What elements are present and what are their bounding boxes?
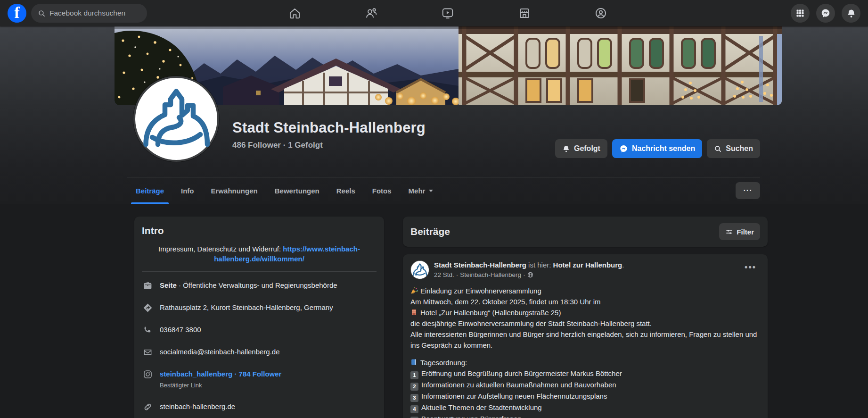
post-header-text: Stadt Steinbach-Hallenberg ist hier: Hot…	[434, 260, 624, 279]
post-timestamp[interactable]: 22 Std.	[434, 271, 454, 278]
post-author-avatar[interactable]	[410, 260, 429, 279]
tabs-overflow-button[interactable]: ···	[736, 182, 760, 199]
phone-icon	[142, 324, 153, 335]
page-header: Stadt Steinbach-Hallenberg 486 Follower …	[0, 26, 868, 204]
instagram-link[interactable]: steinbach_hallenberg · 784 Follower	[160, 370, 281, 378]
nav-center-tabs	[264, 0, 631, 26]
intro-category-row: Seite · Öffentliche Verwaltungs- und Reg…	[142, 280, 377, 291]
briefcase-icon	[142, 280, 153, 291]
messenger-icon	[820, 8, 831, 18]
cover-photo-illustration	[115, 26, 782, 105]
send-message-button[interactable]: Nachricht senden	[612, 139, 702, 158]
post-line: die diesjährige Einwohnerversammlung der…	[410, 318, 760, 329]
tab-erwaehnungen[interactable]: Erwähnungen	[204, 179, 265, 202]
messenger-icon	[619, 144, 628, 153]
post: Stadt Steinbach-Hallenberg ist hier: Hot…	[403, 254, 768, 418]
agenda-item: 2Informationen zu aktuellen Baumaßnahmen…	[410, 379, 760, 391]
filter-button[interactable]: Filter	[719, 223, 760, 240]
keycap-2-icon: 2	[410, 383, 418, 391]
profile-text-block: Stadt Steinbach-Hallenberg 486 Follower …	[232, 105, 426, 163]
website-text: steinbach-hallenberg.de	[160, 401, 235, 412]
tab-reels[interactable]: Reels	[329, 179, 363, 202]
messenger-button[interactable]	[816, 4, 835, 23]
post-line: Hotel „Zur Hallenburg“ (Hallenburgstraße…	[410, 307, 760, 318]
keycap-1-icon: 1	[410, 371, 418, 379]
city-logo	[412, 262, 427, 277]
nav-groups-tab[interactable]	[570, 0, 631, 26]
friends-icon	[365, 7, 378, 20]
link-icon	[142, 401, 153, 412]
page-avatar[interactable]	[133, 76, 219, 162]
page-action-buttons: Gefolgt Nachricht senden	[555, 105, 760, 163]
page-title: Stadt Steinbach-Hallenberg	[232, 119, 426, 136]
top-navigation-bar: f	[0, 0, 868, 26]
notifications-button[interactable]	[842, 4, 860, 23]
groups-icon	[594, 7, 607, 20]
post-header: Stadt Steinbach-Hallenberg ist hier: Hot…	[410, 260, 760, 279]
post-line: Am Mittwoch, dem 22. Oktober 2025, finde…	[410, 296, 760, 307]
agenda-item: 1Eröffnung und Begrüßung durch Bürgermei…	[410, 368, 760, 379]
post-blank-line	[410, 351, 760, 357]
watch-icon	[441, 7, 454, 20]
home-icon	[288, 7, 301, 20]
cover-photo[interactable]	[115, 26, 782, 105]
nav-right-group	[791, 4, 860, 23]
tab-info[interactable]: Info	[173, 179, 202, 202]
post-agenda-title: Tagesordnung:	[410, 357, 760, 368]
intro-title: Intro	[142, 225, 377, 236]
agenda-item: 5Beantwortung von Bürgerfragen	[410, 413, 760, 418]
post-meta-line: 22 Std. · Steinbach-Hallenberg ·	[434, 271, 624, 278]
navigate-icon	[142, 302, 153, 313]
apps-menu-button[interactable]	[791, 4, 810, 23]
instagram-icon	[142, 368, 153, 380]
intro-address-row: Rathausplatz 2, Kurort Steinbach-Hallenb…	[142, 302, 377, 313]
nav-marketplace-tab[interactable]	[494, 0, 555, 26]
post-title-line: Stadt Steinbach-Hallenberg ist hier: Hot…	[434, 260, 624, 269]
blue-book-icon	[410, 359, 418, 366]
globe-privacy-icon	[527, 272, 533, 278]
bell-icon	[846, 8, 856, 18]
instagram-verified-label: Bestätigter Link	[160, 380, 281, 390]
search-input[interactable]	[49, 9, 140, 17]
nav-home-tab[interactable]	[264, 0, 325, 26]
intro-impressum: Impressum, Datenschutz und Widerruf: htt…	[142, 244, 377, 264]
search-icon	[714, 145, 722, 153]
page-body: Intro Impressum, Datenschutz und Widerru…	[115, 204, 782, 418]
keycap-4-icon: 4	[410, 405, 418, 413]
filters-icon	[725, 228, 733, 236]
profile-search-button[interactable]: Suchen	[707, 139, 760, 158]
party-popper-icon	[410, 287, 418, 294]
post-line: Alle interessierten Bürgerinnen und Bürg…	[410, 329, 760, 351]
feed-header-card: Beiträge Filter	[403, 217, 768, 247]
post-options-button[interactable]: •••	[741, 260, 760, 274]
feed-column: Beiträge Filter Stadt Steinbach-H	[403, 217, 768, 418]
keycap-3-icon: 3	[410, 394, 418, 402]
tab-fotos[interactable]: Fotos	[365, 179, 399, 202]
post-location-link[interactable]: Steinbach-Hallenberg	[460, 271, 521, 278]
intro-website-row: steinbach-hallenberg.de	[142, 401, 377, 412]
follower-stats[interactable]: 486 Follower · 1 Gefolgt	[232, 141, 426, 150]
chevron-down-icon	[428, 189, 434, 192]
intro-email-row: socialmedia@steinbach-hallenberg.de	[142, 347, 377, 358]
followed-button[interactable]: Gefolgt	[555, 139, 607, 158]
post-checkin-link[interactable]: Hotel zur Hallenburg	[553, 261, 622, 269]
nav-friends-tab[interactable]	[341, 0, 402, 26]
intro-phone-row: 036847 3800	[142, 325, 377, 335]
tab-mehr[interactable]: Mehr	[401, 179, 442, 202]
envelope-icon	[142, 346, 153, 358]
post-body: Einladung zur Einwohnerversammlung Am Mi…	[410, 285, 760, 418]
tab-beitraege[interactable]: Beiträge	[128, 177, 172, 204]
facebook-logo[interactable]: f	[8, 4, 26, 23]
tab-bewertungen[interactable]: Bewertungen	[267, 179, 327, 202]
bell-icon	[562, 145, 570, 153]
intro-divider	[142, 271, 377, 272]
post-author-link[interactable]: Stadt Steinbach-Hallenberg	[434, 261, 526, 269]
grid-menu-icon	[795, 8, 805, 18]
intro-card: Intro Impressum, Datenschutz und Widerru…	[134, 217, 384, 418]
nav-watch-tab[interactable]	[417, 0, 478, 26]
agenda-item: 4Aktuelle Themen der Stadtentwicklung	[410, 402, 760, 413]
post-line: Einladung zur Einwohnerversammlung	[410, 285, 760, 296]
search-bar[interactable]	[31, 4, 147, 23]
search-icon	[38, 9, 46, 17]
marketplace-icon	[518, 7, 531, 20]
